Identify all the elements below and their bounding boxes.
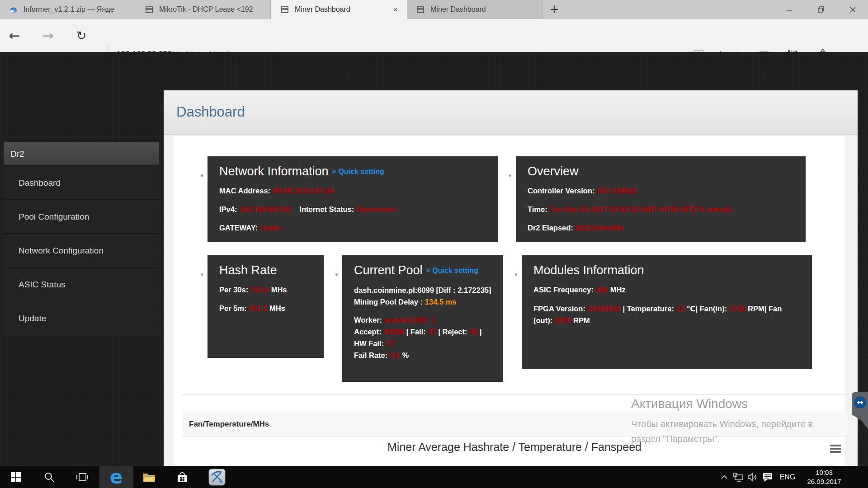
card-bullet — [515, 273, 517, 276]
taskbar-search-button[interactable] — [38, 466, 60, 488]
hamburger-icon — [830, 445, 841, 446]
fan-temperature-panel-header: Fan/Temperature/MHs — [182, 412, 847, 436]
hw-fail-value: 37 — [386, 339, 394, 347]
page-icon — [145, 5, 154, 14]
forward-button[interactable]: → — [37, 19, 59, 52]
new-tab-button[interactable]: + — [544, 0, 564, 19]
close-tab-icon[interactable]: ✕ — [390, 5, 401, 14]
sidebar-item-pool-configuration[interactable]: Pool Configuration — [4, 200, 159, 234]
network-quick-setting-link[interactable]: > Quick setting — [332, 168, 384, 175]
card-title-text: Network Information — [219, 164, 329, 178]
sidebar-item-dashboard[interactable]: Dashboard — [4, 166, 159, 200]
page-icon — [416, 5, 425, 14]
sidebar-item-network-configuration[interactable]: Network Configuration — [4, 234, 159, 267]
tab-miner-dashboard-active[interactable]: Miner Dashboard ✕ — [271, 0, 407, 19]
refresh-button[interactable]: ↻ — [71, 19, 92, 52]
tab-miner-dashboard-2[interactable]: Miner Dashboard — [407, 0, 542, 19]
time-row: Time: Tue Sep 26 2017 10:03:32 GMT+0700 … — [528, 204, 794, 215]
sidebar-item-asic-status[interactable]: ASIC Status — [4, 267, 159, 301]
ipv4-row: IPv4: 192.168.88.252 Internet Status: Di… — [219, 204, 486, 215]
elapsed-value: 8d21h24m46s — [575, 224, 624, 232]
card-title: Overview — [528, 164, 794, 178]
restore-icon — [818, 6, 824, 13]
tray-date: 26.09.2017 — [807, 477, 841, 486]
tab-title: Miner Dashboard — [430, 5, 536, 14]
time-value: Tue Sep 26 2017 10:03:32 GMT+0700 (RTZ 6… — [549, 205, 731, 213]
tab-title: Miner Dashboard — [295, 5, 390, 14]
per5m-unit: MHs — [269, 304, 285, 312]
worker-label: Worker: — [354, 316, 382, 324]
edge-icon: e — [110, 467, 123, 487]
ipv4-value: 192.168.88.252 — [239, 205, 291, 213]
asic-frequency-row: ASIC Frequency: 450 MHz — [533, 284, 800, 296]
search-icon — [44, 472, 55, 483]
tab-mikrotik[interactable]: MikroTik - DHCP Lease <192 — [136, 0, 271, 19]
speaker-icon — [747, 473, 758, 482]
sidebar-brand[interactable]: Dr2 — [4, 142, 159, 166]
window-minimize-button[interactable] — [779, 0, 799, 19]
tray-show-hidden-icons-button[interactable] — [718, 466, 731, 488]
fail-rate-value: 0.1 — [390, 351, 400, 359]
fan-out-value: 3870 — [555, 316, 571, 324]
tab-title: MikroTik - DHCP Lease <192 — [159, 5, 264, 14]
window-restore-button[interactable] — [811, 0, 831, 19]
card-title: Modules Information — [533, 263, 800, 277]
per30s-label: Per 30s: — [219, 286, 248, 294]
accept-label: Accept: — [354, 328, 382, 336]
card-bullet — [335, 273, 338, 276]
task-view-icon — [76, 472, 88, 482]
temperature-value: 13 — [676, 305, 684, 313]
worker-row: Worker: antinuk.DR2_1 — [354, 314, 491, 326]
start-button[interactable] — [5, 466, 27, 488]
gateway-value: router — [260, 224, 282, 232]
tray-language-indicator[interactable]: ENG — [776, 466, 799, 488]
chart-context-menu-button[interactable] — [830, 445, 842, 454]
elapsed-row: Dr2 Elapsed: 8d21h24m46s — [528, 222, 794, 234]
tray-network-icon[interactable] — [731, 466, 745, 488]
pool-delay-row: Mining Pool Delay : 134.5 ms — [354, 296, 491, 308]
pool-quick-setting-link[interactable]: > Quick setting — [426, 267, 478, 274]
delay-label: Mining Pool Delay : — [354, 298, 423, 306]
elapsed-label: Dr2 Elapsed: — [528, 224, 573, 232]
controller-version-row: Controller Version: Dr2-160916 — [528, 185, 794, 197]
window-close-button[interactable] — [843, 0, 863, 19]
ethernet-icon — [733, 473, 744, 482]
card-bullet — [509, 174, 511, 177]
taskbar-edge-button[interactable]: e — [99, 466, 133, 488]
accept-value: 43596 — [383, 328, 404, 336]
fail-rate-label: Fail Rate: — [354, 351, 387, 359]
card-title: Current Pool> Quick setting — [354, 263, 491, 277]
controller-version-value: Dr2-160916 — [597, 187, 637, 195]
fan-in-value: 3720 — [729, 305, 746, 313]
fpga-row: FPGA Version: 20160915 | Temperature: 13… — [533, 303, 800, 326]
tray-action-center-icon[interactable] — [760, 466, 775, 488]
asic-frequency-unit: MHz — [610, 286, 626, 294]
tab-informer[interactable]: Informer_v1.2.1.zip — Янде — [0, 0, 135, 19]
card-title: Hash Rate — [219, 263, 312, 277]
gateway-label: GATEWAY: — [219, 224, 258, 232]
card-title-text: Overview — [528, 164, 579, 178]
separator: | — [406, 328, 409, 336]
file-explorer-button[interactable] — [138, 466, 160, 488]
accept-row: Accept: 43596 | Fail: 37 | Reject: 36 | … — [354, 326, 491, 349]
miner-pickaxe-icon — [208, 469, 226, 486]
separator: | — [480, 328, 482, 336]
store-button[interactable] — [171, 466, 193, 488]
fan-out-unit: RPM — [573, 316, 590, 324]
per30s-value: 752.0 — [250, 286, 269, 294]
tray-volume-icon[interactable] — [746, 466, 760, 488]
miner-app-button[interactable] — [206, 466, 228, 488]
tray-clock[interactable]: 10:03 26.09.2017 — [799, 466, 849, 488]
card-bullet — [201, 174, 203, 177]
task-view-button[interactable] — [71, 466, 93, 488]
sidebar-item-update[interactable]: Update — [4, 301, 159, 335]
fail-value: 37 — [428, 328, 436, 336]
internet-status-label: Internet Status: — [299, 205, 354, 213]
ipv4-label: IPv4: — [219, 205, 237, 213]
per30s-row: Per 30s: 752.0 MHs — [219, 284, 312, 296]
card-title-text: Hash Rate — [219, 263, 277, 277]
back-button[interactable]: ← — [4, 19, 25, 52]
card-modules-information: Modules Information ASIC Frequency: 450 … — [522, 255, 812, 369]
fan-in-label: Fan(in): — [700, 305, 727, 313]
temperature-label: | Temperature: — [623, 305, 674, 313]
